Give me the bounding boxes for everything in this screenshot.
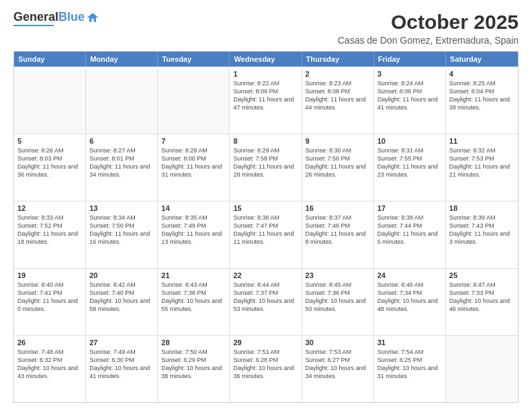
- calendar-cell: 7Sunrise: 8:28 AMSunset: 8:00 PMDaylight…: [158, 134, 230, 201]
- sunrise-text: Sunrise: 8:23 AM: [306, 79, 370, 87]
- calendar-cell: 4Sunrise: 8:25 AMSunset: 8:04 PMDaylight…: [446, 67, 518, 134]
- sunset-text: Sunset: 7:55 PM: [378, 154, 442, 163]
- calendar-row: 26Sunrise: 7:48 AMSunset: 6:32 PMDayligh…: [14, 335, 518, 402]
- sunset-text: Sunset: 7:53 PM: [449, 154, 515, 163]
- sunset-text: Sunset: 6:27 PM: [306, 356, 370, 364]
- daylight-text: Daylight: 11 hours and 41 minutes.: [378, 95, 442, 111]
- sunset-text: Sunset: 8:04 PM: [449, 87, 515, 95]
- sunrise-text: Sunrise: 8:32 AM: [449, 146, 515, 154]
- title-area: October 2025 Casas de Don Gomez, Extrema…: [338, 11, 519, 46]
- calendar-header: SundayMondayTuesdayWednesdayThursdayFrid…: [14, 52, 518, 66]
- daylight-text: Daylight: 10 hours and 36 minutes.: [233, 364, 298, 380]
- sunset-text: Sunset: 7:50 PM: [89, 222, 154, 230]
- calendar-cell: 19Sunrise: 8:40 AMSunset: 7:41 PMDayligh…: [14, 269, 86, 335]
- calendar-cell: 15Sunrise: 8:36 AMSunset: 7:47 PMDayligh…: [230, 201, 302, 268]
- daylight-text: Daylight: 11 hours and 28 minutes.: [233, 163, 298, 179]
- sunrise-text: Sunrise: 8:33 AM: [17, 214, 82, 222]
- header-day-saturday: Saturday: [446, 52, 518, 66]
- day-number: 5: [17, 137, 82, 145]
- sunset-text: Sunset: 6:29 PM: [161, 356, 226, 364]
- sunrise-text: Sunrise: 8:34 AM: [89, 214, 154, 222]
- sunset-text: Sunset: 7:58 PM: [233, 154, 298, 163]
- day-number: 22: [233, 271, 298, 279]
- sunrise-text: Sunrise: 8:46 AM: [378, 281, 442, 289]
- header-day-sunday: Sunday: [14, 52, 86, 66]
- daylight-text: Daylight: 10 hours and 53 minutes.: [233, 297, 298, 313]
- sunrise-text: Sunrise: 8:30 AM: [306, 146, 370, 154]
- sunrise-text: Sunrise: 8:28 AM: [161, 146, 226, 154]
- sunset-text: Sunset: 7:56 PM: [306, 154, 370, 163]
- day-number: 21: [161, 271, 226, 279]
- calendar-cell: 23Sunrise: 8:45 AMSunset: 7:36 PMDayligh…: [302, 269, 374, 335]
- daylight-text: Daylight: 11 hours and 13 minutes.: [161, 230, 226, 246]
- sunrise-text: Sunrise: 7:54 AM: [378, 348, 442, 356]
- sunrise-text: Sunrise: 7:51 AM: [233, 348, 298, 356]
- sunset-text: Sunset: 8:00 PM: [161, 154, 226, 163]
- daylight-text: Daylight: 11 hours and 11 minutes.: [233, 230, 298, 246]
- sunset-text: Sunset: 8:01 PM: [89, 154, 154, 163]
- calendar-cell: 25Sunrise: 8:47 AMSunset: 7:33 PMDayligh…: [446, 269, 518, 335]
- sunset-text: Sunset: 7:36 PM: [306, 289, 370, 297]
- calendar-cell: 21Sunrise: 8:43 AMSunset: 7:38 PMDayligh…: [158, 269, 230, 335]
- sunrise-text: Sunrise: 8:35 AM: [161, 214, 226, 222]
- daylight-text: Daylight: 10 hours and 34 minutes.: [306, 364, 370, 380]
- day-number: 14: [161, 204, 226, 212]
- daylight-text: Daylight: 11 hours and 23 minutes.: [378, 163, 442, 179]
- daylight-text: Daylight: 10 hours and 48 minutes.: [378, 297, 442, 313]
- day-number: 30: [306, 338, 370, 347]
- calendar-cell: 22Sunrise: 8:44 AMSunset: 7:37 PMDayligh…: [230, 269, 302, 335]
- sunrise-text: Sunrise: 8:39 AM: [449, 214, 515, 222]
- daylight-text: Daylight: 10 hours and 43 minutes.: [17, 364, 82, 380]
- sunset-text: Sunset: 6:30 PM: [89, 356, 154, 364]
- sunrise-text: Sunrise: 7:49 AM: [89, 348, 154, 356]
- calendar: SundayMondayTuesdayWednesdayThursdayFrid…: [13, 51, 519, 403]
- sunset-text: Sunset: 7:43 PM: [449, 222, 515, 230]
- header-day-friday: Friday: [374, 52, 446, 66]
- daylight-text: Daylight: 10 hours and 41 minutes.: [89, 364, 154, 380]
- calendar-cell: 24Sunrise: 8:46 AMSunset: 7:34 PMDayligh…: [374, 269, 446, 335]
- day-number: 7: [161, 137, 226, 145]
- month-title: October 2025: [338, 11, 519, 34]
- day-number: 9: [306, 137, 370, 145]
- header-day-thursday: Thursday: [302, 52, 374, 66]
- day-number: 11: [449, 137, 515, 145]
- calendar-cell: 2Sunrise: 8:23 AMSunset: 8:08 PMDaylight…: [302, 67, 374, 134]
- sunset-text: Sunset: 7:44 PM: [378, 222, 442, 230]
- day-number: 18: [449, 204, 515, 212]
- day-number: 3: [378, 70, 442, 78]
- sunrise-text: Sunrise: 8:26 AM: [17, 146, 82, 154]
- calendar-row: 5Sunrise: 8:26 AMSunset: 8:03 PMDaylight…: [14, 134, 518, 201]
- daylight-text: Daylight: 11 hours and 8 minutes.: [306, 230, 370, 246]
- sunset-text: Sunset: 7:49 PM: [161, 222, 226, 230]
- sunrise-text: Sunrise: 8:29 AM: [233, 146, 298, 154]
- daylight-text: Daylight: 11 hours and 16 minutes.: [89, 230, 154, 246]
- day-number: 31: [378, 338, 442, 347]
- calendar-cell: 6Sunrise: 8:27 AMSunset: 8:01 PMDaylight…: [86, 134, 158, 201]
- daylight-text: Daylight: 11 hours and 21 minutes.: [449, 163, 515, 179]
- day-number: 28: [161, 338, 226, 347]
- header: GeneralBlue October 2025 Casas de Don Go…: [13, 11, 519, 46]
- calendar-cell: 9Sunrise: 8:30 AMSunset: 7:56 PMDaylight…: [302, 134, 374, 201]
- day-number: 26: [17, 338, 82, 347]
- daylight-text: Daylight: 11 hours and 34 minutes.: [89, 163, 154, 179]
- sunrise-text: Sunrise: 8:47 AM: [449, 281, 515, 289]
- daylight-text: Daylight: 11 hours and 0 minutes.: [17, 297, 82, 313]
- header-day-tuesday: Tuesday: [158, 52, 230, 66]
- calendar-cell: [158, 67, 230, 134]
- calendar-row: 19Sunrise: 8:40 AMSunset: 7:41 PMDayligh…: [14, 268, 518, 335]
- logo-text: GeneralBlue: [13, 11, 85, 24]
- day-number: 23: [306, 271, 370, 279]
- sunrise-text: Sunrise: 8:27 AM: [89, 146, 154, 154]
- sunset-text: Sunset: 7:46 PM: [306, 222, 370, 230]
- day-number: 13: [89, 204, 154, 212]
- day-number: 24: [378, 271, 442, 279]
- day-number: 2: [306, 70, 370, 78]
- sunrise-text: Sunrise: 8:42 AM: [89, 281, 154, 289]
- calendar-cell: 27Sunrise: 7:49 AMSunset: 6:30 PMDayligh…: [86, 336, 158, 402]
- calendar-row: 12Sunrise: 8:33 AMSunset: 7:52 PMDayligh…: [14, 201, 518, 268]
- daylight-text: Daylight: 11 hours and 44 minutes.: [306, 95, 370, 111]
- day-number: 29: [233, 338, 298, 347]
- daylight-text: Daylight: 11 hours and 5 minutes.: [378, 230, 442, 246]
- header-day-monday: Monday: [86, 52, 158, 66]
- sunrise-text: Sunrise: 7:53 AM: [306, 348, 370, 356]
